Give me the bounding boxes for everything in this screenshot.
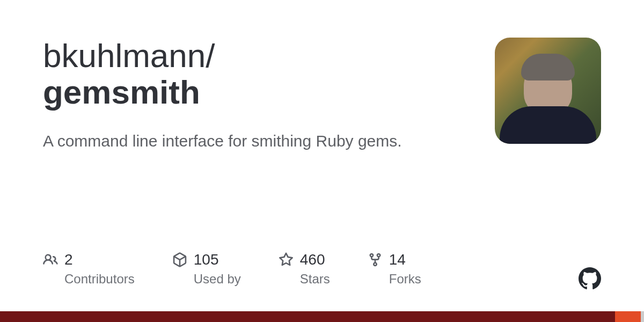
forks-count: 14 (389, 251, 406, 268)
stat-contributors: 2 Contributors (43, 251, 135, 287)
repo-owner: bkuhlmann/ (43, 38, 473, 74)
usedby-count: 105 (194, 251, 219, 268)
stat-forks: 14 Forks (368, 251, 421, 287)
fork-icon (368, 252, 383, 267)
language-other (641, 311, 644, 322)
stars-count: 460 (300, 251, 325, 268)
people-icon (43, 252, 58, 267)
stat-stars: 460 Stars (279, 251, 330, 287)
avatar (495, 38, 601, 144)
language-bar (0, 311, 644, 322)
star-icon (279, 252, 294, 267)
repo-stats: 2 Contributors 105 Used by 460 Stars 14 … (43, 251, 421, 287)
language-html (615, 311, 641, 322)
repo-description: A command line interface for smithing Ru… (43, 130, 473, 152)
package-icon (172, 252, 187, 267)
contributors-count: 2 (64, 251, 73, 268)
usedby-label: Used by (194, 272, 241, 287)
forks-label: Forks (389, 272, 421, 287)
repo-name: gemsmith (43, 74, 473, 111)
stars-label: Stars (300, 272, 330, 287)
stat-usedby: 105 Used by (172, 251, 241, 287)
github-icon (579, 267, 601, 290)
language-ruby (0, 311, 615, 322)
contributors-label: Contributors (64, 272, 135, 287)
